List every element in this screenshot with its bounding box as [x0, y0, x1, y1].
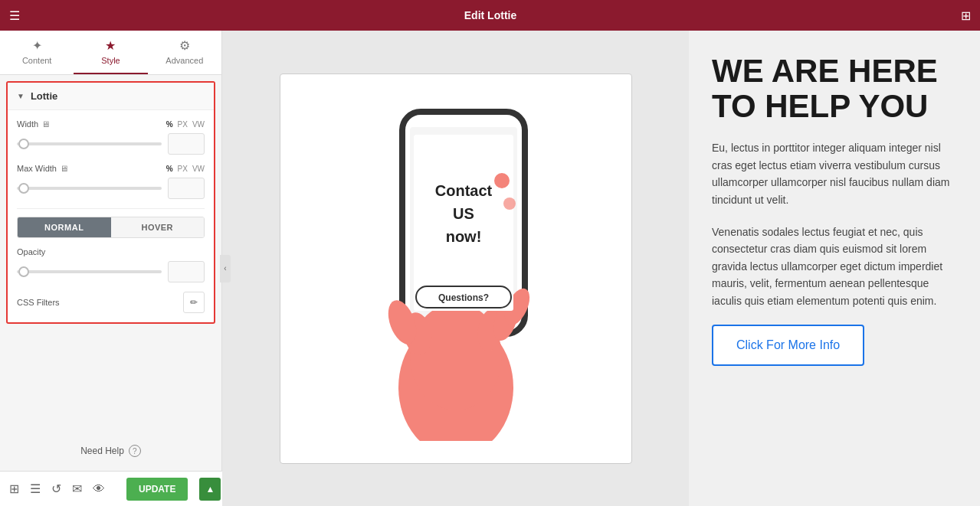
svg-rect-9	[414, 135, 513, 311]
svg-text:US: US	[453, 205, 474, 222]
sidebar-tabs: ✦ Content ★ Style ⚙ Advanced	[0, 31, 221, 75]
opacity-slider-thumb[interactable]	[18, 266, 29, 277]
opacity-label: Opacity	[17, 247, 45, 256]
content-area: Contact US now! Questions? WE ARE HERE T…	[222, 31, 980, 506]
right-content: WE ARE HERE TO HELP YOU Eu, lectus in po…	[689, 31, 980, 506]
tab-content[interactable]: ✦ Content	[0, 31, 74, 74]
tab-advanced[interactable]: ⚙ Advanced	[148, 31, 221, 74]
main-heading: WE ARE HERE TO HELP YOU	[712, 54, 957, 124]
menu-icon[interactable]: ☰	[9, 8, 20, 23]
style-icon: ★	[105, 38, 116, 53]
svg-point-14	[503, 198, 516, 210]
edit-icon: ✏	[190, 297, 198, 308]
content-icon: ✦	[32, 38, 42, 53]
bottom-toolbar: ⊞ ☰ ↺ ✉ 👁 UPDATE ▲	[0, 471, 222, 506]
css-filters-label: CSS Filters	[17, 298, 60, 307]
tab-style[interactable]: ★ Style	[74, 31, 147, 74]
max-width-input[interactable]	[168, 178, 205, 199]
svg-point-13	[494, 173, 510, 188]
state-tab-normal[interactable]: NORMAL	[18, 217, 111, 237]
unit-vw-width[interactable]: VW	[192, 120, 205, 129]
max-width-label: Max Width 🖥	[17, 164, 68, 173]
svg-text:Contact: Contact	[434, 182, 492, 199]
max-width-slider-track[interactable]	[17, 187, 162, 190]
opacity-slider-track[interactable]	[17, 270, 162, 273]
lottie-section-title: Lottie	[31, 90, 57, 102]
monitor-icon-width: 🖥	[41, 119, 50, 129]
canvas-area: Contact US now! Questions?	[222, 31, 689, 506]
opacity-label-row: Opacity	[17, 247, 205, 256]
toolbar-notes-icon[interactable]: ✉	[72, 482, 82, 496]
css-filters-row: CSS Filters ✏	[17, 292, 205, 313]
max-width-label-row: Max Width 🖥 % PX VW	[17, 164, 205, 173]
state-tabs: NORMAL HOVER	[17, 217, 205, 238]
phone-svg: Contact US now! Questions?	[356, 96, 556, 441]
body-text-2: Venenatis sodales lectus feugiat et nec,…	[712, 224, 957, 309]
svg-text:Questions?: Questions?	[438, 292, 488, 303]
divider	[17, 208, 205, 209]
lottie-section-panel: ▼ Lottie Width 🖥 % PX	[6, 81, 215, 324]
max-width-slider-thumb[interactable]	[18, 183, 29, 194]
grid-icon[interactable]: ⊞	[961, 8, 971, 23]
max-width-unit-switcher[interactable]: % PX VW	[166, 165, 205, 173]
unit-px-width[interactable]: PX	[178, 120, 188, 129]
width-input[interactable]	[168, 133, 205, 155]
toolbar-history-icon[interactable]: ↺	[51, 482, 61, 496]
toolbar-widgets-icon[interactable]: ☰	[30, 482, 41, 496]
top-bar-title: Edit Lottie	[464, 9, 516, 21]
need-help[interactable]: Need Help ?	[0, 434, 221, 468]
width-control: Width 🖥 % PX VW	[17, 119, 205, 155]
unit-px-maxwidth[interactable]: PX	[178, 165, 188, 173]
unit-percent-maxwidth[interactable]: %	[166, 165, 173, 173]
lottie-preview-card: Contact US now! Questions?	[280, 73, 632, 464]
opacity-control: Opacity	[17, 247, 205, 282]
advanced-icon: ⚙	[179, 38, 190, 53]
monitor-icon-maxwidth: 🖥	[60, 164, 68, 173]
svg-text:now!: now!	[445, 228, 481, 245]
css-filters-edit-button[interactable]: ✏	[183, 292, 205, 313]
lottie-section-header[interactable]: ▼ Lottie	[8, 83, 214, 110]
state-tab-hover[interactable]: HOVER	[111, 217, 205, 237]
toolbar-layers-icon[interactable]: ⊞	[9, 482, 19, 496]
opacity-slider-row	[17, 261, 205, 282]
chevron-icon: ▼	[17, 92, 25, 100]
body-text-1: Eu, lectus in porttitor integer aliquam …	[712, 139, 957, 208]
update-arrow-button[interactable]: ▲	[199, 478, 221, 501]
max-width-slider-row	[17, 178, 205, 199]
collapse-handle[interactable]: ‹	[220, 255, 231, 282]
toolbar-preview-icon[interactable]: 👁	[93, 482, 105, 496]
opacity-input[interactable]	[168, 261, 205, 282]
width-slider-thumb[interactable]	[18, 139, 29, 149]
panel-content: ▼ Lottie Width 🖥 % PX	[0, 75, 221, 434]
help-icon: ?	[129, 445, 141, 457]
tab-content-label: Content	[22, 56, 52, 65]
update-button[interactable]: UPDATE	[126, 478, 188, 501]
unit-percent-width[interactable]: %	[166, 120, 173, 129]
main-layout: ✦ Content ★ Style ⚙ Advanced ▼ Lottie	[0, 31, 980, 506]
top-bar: ☰ Edit Lottie ⊞	[0, 0, 980, 31]
width-slider-row	[17, 133, 205, 155]
lottie-section-body: Width 🖥 % PX VW	[8, 110, 214, 322]
tab-advanced-label: Advanced	[166, 56, 203, 65]
unit-vw-maxwidth[interactable]: VW	[192, 165, 205, 173]
tab-style-label: Style	[101, 56, 120, 65]
max-width-control: Max Width 🖥 % PX VW	[17, 164, 205, 199]
need-help-label: Need Help	[80, 446, 124, 456]
sidebar: ✦ Content ★ Style ⚙ Advanced ▼ Lottie	[0, 31, 222, 506]
cta-button[interactable]: Click For More Info	[712, 325, 864, 366]
width-label: Width 🖥	[17, 119, 50, 129]
width-label-row: Width 🖥 % PX VW	[17, 119, 205, 129]
width-unit-switcher[interactable]: % PX VW	[166, 120, 205, 129]
width-slider-track[interactable]	[17, 142, 162, 145]
